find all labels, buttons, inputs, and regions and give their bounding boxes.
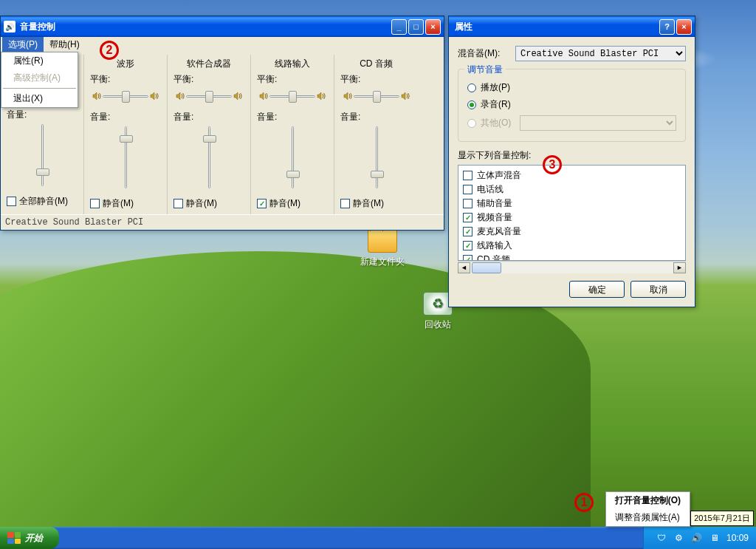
tray-shield-icon[interactable]: 🛡 — [656, 532, 667, 544]
slider-thumb[interactable] — [371, 171, 384, 178]
radio-playback[interactable]: 播放(P) — [467, 81, 676, 94]
list-item[interactable]: ✓CD 音频 — [463, 253, 681, 261]
mute-label: 全部静音(M) — [19, 195, 68, 208]
desktop-icon-label: 回收站 — [408, 318, 467, 331]
volume-slider[interactable] — [87, 126, 164, 193]
checkbox[interactable]: ✓ — [463, 213, 472, 222]
start-button[interactable]: 开始 — [0, 527, 59, 549]
checkbox[interactable]: ✓ — [463, 227, 472, 236]
group-legend: 调节音量 — [464, 64, 506, 76]
slider-thumb[interactable] — [286, 171, 300, 178]
system-tray: 🛡 ⚙ 🔊 🖥 10:09 — [643, 527, 756, 549]
speaker-left-icon — [176, 92, 185, 100]
mute-checkbox[interactable] — [90, 199, 100, 208]
mute-checkbox[interactable] — [173, 199, 183, 208]
volume-slider[interactable] — [4, 124, 80, 191]
cancel-button[interactable]: 取消 — [630, 281, 686, 298]
controls-listbox[interactable]: 立体声混音电话线辅助音量✓视频音量✓麦克风音量✓线路输入✓CD 音频 — [458, 165, 686, 261]
folder-icon — [368, 229, 397, 253]
scroll-right-button[interactable]: ► — [673, 262, 686, 273]
slider-thumb[interactable] — [36, 168, 49, 176]
column-name: 波形 — [87, 55, 164, 73]
minimize-button[interactable]: _ — [391, 19, 407, 35]
list-item[interactable]: 辅助音量 — [463, 197, 681, 211]
slider-thumb[interactable] — [373, 91, 381, 103]
slider-thumb[interactable] — [122, 91, 130, 103]
list-item[interactable]: ✓线路输入 — [463, 239, 681, 253]
slider-thumb[interactable] — [289, 91, 297, 103]
balance-slider[interactable] — [87, 89, 164, 103]
column-name: 软件合成器 — [171, 55, 247, 73]
list-item[interactable]: ✓麦克风音量 — [463, 225, 681, 239]
slider-thumb[interactable] — [205, 91, 213, 103]
slider-thumb[interactable] — [120, 135, 133, 143]
mute-checkbox[interactable] — [340, 199, 350, 208]
tray-open-volume[interactable]: 打开音量控制(O) — [606, 492, 690, 509]
menu-properties[interactable]: 属性(R) — [1, 52, 78, 69]
radio-label: 播放(P) — [481, 81, 510, 94]
mute-checkbox[interactable] — [7, 197, 16, 206]
mixer-label: 混音器(M): — [458, 47, 509, 60]
scroll-thumb[interactable] — [472, 262, 501, 273]
mute-checkbox[interactable]: ✓ — [257, 199, 267, 208]
list-item-label: 辅助音量 — [477, 197, 512, 210]
tray-volume-icon[interactable]: 🔊 — [691, 532, 703, 544]
ok-button[interactable]: 确定 — [569, 281, 625, 298]
annotation-3: 3 — [543, 155, 562, 174]
titlebar[interactable]: 属性 ? × — [449, 16, 695, 37]
window-title: 属性 — [452, 21, 659, 33]
menu-options[interactable]: 选项(P) — [2, 37, 44, 52]
checkbox[interactable] — [463, 185, 472, 194]
checkbox[interactable]: ✓ — [463, 241, 472, 250]
volume-slider[interactable] — [337, 126, 415, 193]
radio-recording[interactable]: 录音(R) — [467, 98, 676, 111]
close-button[interactable]: × — [676, 19, 692, 35]
balance-label: 平衡: — [171, 73, 247, 86]
properties-body: 混音器(M): Creative Sound Blaster PCI 调节音量 … — [449, 37, 695, 307]
slider-thumb[interactable] — [203, 135, 216, 143]
radio-icon — [467, 100, 476, 109]
volume-column: 软件合成器平衡:音量:静音(M) — [168, 55, 251, 214]
speaker-right-icon — [150, 92, 159, 100]
volume-column: CD 音频平衡:音量:静音(M) — [334, 55, 418, 214]
tray-tool-icon[interactable]: ⚙ — [673, 532, 685, 544]
balance-label: 平衡: — [254, 73, 331, 86]
volume-slider[interactable] — [171, 126, 247, 193]
balance-slider[interactable] — [337, 89, 415, 103]
scroll-left-button[interactable]: ◄ — [458, 262, 470, 273]
mute-label: 静音(M) — [269, 197, 300, 210]
other-select — [520, 115, 676, 131]
listbox-scrollbar[interactable]: ◄ ► — [458, 261, 686, 273]
volume-slider[interactable] — [254, 126, 331, 193]
maximize-button[interactable]: □ — [408, 19, 424, 35]
checkbox[interactable] — [463, 171, 472, 180]
tray-display-icon[interactable]: 🖥 — [709, 532, 721, 544]
tray-clock[interactable]: 10:09 — [726, 533, 749, 543]
close-button[interactable]: × — [425, 19, 441, 35]
menu-separator — [3, 88, 76, 89]
checkbox[interactable]: ✓ — [463, 255, 472, 261]
list-item[interactable]: 立体声混音 — [463, 168, 681, 183]
radio-icon — [467, 83, 476, 92]
list-item[interactable]: ✓视频音量 — [463, 211, 681, 225]
balance-slider[interactable] — [254, 89, 331, 103]
annotation-1: 1 — [574, 493, 594, 512]
desktop-icon-label: 新建文件夹 — [353, 256, 412, 268]
speaker-right-icon — [401, 92, 410, 100]
list-item[interactable]: 电话线 — [463, 183, 681, 197]
menu-exit[interactable]: 退出(X) — [1, 90, 78, 107]
radio-label: 其他(O) — [481, 117, 511, 129]
radio-icon — [467, 119, 476, 128]
tray-adjust-audio[interactable]: 调整音频属性(A) — [606, 509, 690, 526]
scroll-track[interactable] — [470, 262, 673, 273]
help-button[interactable]: ? — [659, 19, 675, 35]
titlebar[interactable]: 🔊 音量控制 _ □ × — [1, 16, 444, 37]
menu-help[interactable]: 帮助(H) — [44, 37, 86, 52]
balance-slider[interactable] — [171, 89, 247, 103]
checkbox[interactable] — [463, 199, 472, 208]
column-name: 线路输入 — [254, 55, 331, 73]
radio-label: 录音(R) — [481, 98, 511, 111]
mixer-select[interactable]: Creative Sound Blaster PCI — [515, 46, 686, 61]
desktop-icon-folder[interactable]: 新建文件夹 — [353, 229, 412, 268]
properties-window: 属性 ? × 混音器(M): Creative Sound Blaster PC… — [448, 16, 695, 307]
